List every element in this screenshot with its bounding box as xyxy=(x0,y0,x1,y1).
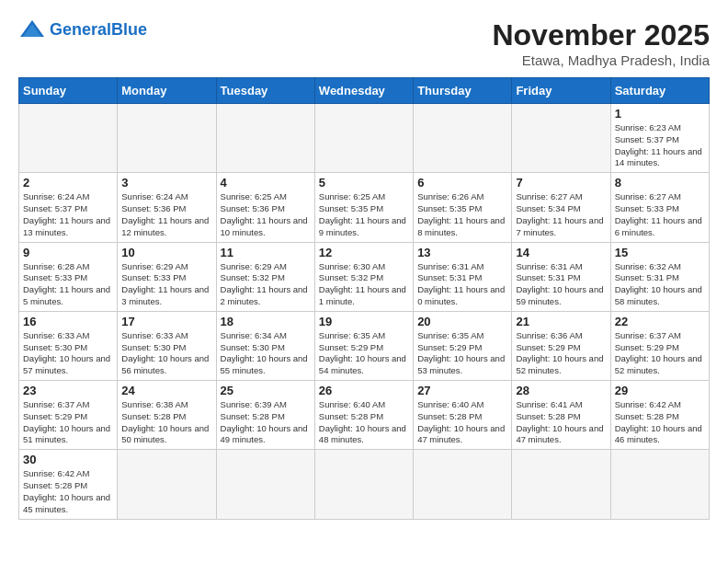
day-info: Sunrise: 6:42 AM Sunset: 5:28 PM Dayligh… xyxy=(23,468,113,515)
day-info: Sunrise: 6:40 AM Sunset: 5:28 PM Dayligh… xyxy=(319,399,409,446)
day-number: 11 xyxy=(221,246,311,259)
calendar-cell: 1Sunrise: 6:23 AM Sunset: 5:37 PM Daylig… xyxy=(610,104,709,173)
day-info: Sunrise: 6:29 AM Sunset: 5:33 PM Dayligh… xyxy=(121,261,211,308)
calendar-cell: 22Sunrise: 6:37 AM Sunset: 5:29 PM Dayli… xyxy=(610,311,709,380)
day-number: 29 xyxy=(615,384,705,397)
day-number: 24 xyxy=(121,384,211,397)
calendar-cell xyxy=(216,450,314,519)
calendar-cell xyxy=(118,450,216,519)
week-row-6: 30Sunrise: 6:42 AM Sunset: 5:28 PM Dayli… xyxy=(19,450,710,519)
calendar-cell xyxy=(414,104,512,173)
day-number: 9 xyxy=(23,246,113,259)
day-info: Sunrise: 6:33 AM Sunset: 5:30 PM Dayligh… xyxy=(23,330,113,377)
calendar-subtitle: Etawa, Madhya Pradesh, India xyxy=(492,52,710,68)
calendar-cell: 23Sunrise: 6:37 AM Sunset: 5:29 PM Dayli… xyxy=(19,381,118,450)
day-info: Sunrise: 6:31 AM Sunset: 5:31 PM Dayligh… xyxy=(516,261,606,308)
day-info: Sunrise: 6:35 AM Sunset: 5:29 PM Dayligh… xyxy=(417,330,507,377)
day-number: 6 xyxy=(417,176,507,190)
day-number: 8 xyxy=(615,176,705,190)
day-number: 25 xyxy=(221,384,311,397)
calendar-cell: 21Sunrise: 6:36 AM Sunset: 5:29 PM Dayli… xyxy=(512,311,610,380)
calendar-cell: 20Sunrise: 6:35 AM Sunset: 5:29 PM Dayli… xyxy=(414,311,512,380)
calendar-cell xyxy=(216,104,314,173)
calendar-cell: 3Sunrise: 6:24 AM Sunset: 5:36 PM Daylig… xyxy=(118,173,216,242)
day-info: Sunrise: 6:42 AM Sunset: 5:28 PM Dayligh… xyxy=(615,399,705,446)
calendar-cell xyxy=(414,450,512,519)
day-info: Sunrise: 6:27 AM Sunset: 5:33 PM Dayligh… xyxy=(615,191,705,238)
header-friday: Friday xyxy=(512,78,610,104)
calendar-cell: 15Sunrise: 6:32 AM Sunset: 5:31 PM Dayli… xyxy=(610,242,709,311)
day-info: Sunrise: 6:39 AM Sunset: 5:28 PM Dayligh… xyxy=(221,399,311,446)
day-number: 2 xyxy=(23,176,113,190)
day-info: Sunrise: 6:26 AM Sunset: 5:35 PM Dayligh… xyxy=(417,191,507,238)
day-info: Sunrise: 6:24 AM Sunset: 5:37 PM Dayligh… xyxy=(23,191,113,238)
day-number: 3 xyxy=(121,176,211,190)
day-number: 28 xyxy=(516,384,606,397)
week-row-4: 16Sunrise: 6:33 AM Sunset: 5:30 PM Dayli… xyxy=(19,311,710,380)
calendar-cell: 26Sunrise: 6:40 AM Sunset: 5:28 PM Dayli… xyxy=(314,381,413,450)
calendar-cell: 28Sunrise: 6:41 AM Sunset: 5:28 PM Dayli… xyxy=(512,381,610,450)
day-number: 22 xyxy=(615,315,705,328)
calendar-cell: 11Sunrise: 6:29 AM Sunset: 5:32 PM Dayli… xyxy=(216,242,314,311)
week-row-5: 23Sunrise: 6:37 AM Sunset: 5:29 PM Dayli… xyxy=(19,381,710,450)
calendar-title: November 2025 xyxy=(492,18,710,52)
calendar-cell: 10Sunrise: 6:29 AM Sunset: 5:33 PM Dayli… xyxy=(118,242,216,311)
calendar-cell xyxy=(314,104,413,173)
day-number: 20 xyxy=(417,315,507,328)
calendar-cell xyxy=(118,104,216,173)
day-info: Sunrise: 6:40 AM Sunset: 5:28 PM Dayligh… xyxy=(417,399,507,446)
calendar-table: SundayMondayTuesdayWednesdayThursdayFrid… xyxy=(18,77,710,520)
header-wednesday: Wednesday xyxy=(314,78,413,104)
day-info: Sunrise: 6:34 AM Sunset: 5:30 PM Dayligh… xyxy=(221,330,311,377)
logo-icon xyxy=(18,18,46,40)
day-number: 4 xyxy=(221,176,311,190)
calendar-cell: 16Sunrise: 6:33 AM Sunset: 5:30 PM Dayli… xyxy=(19,311,118,380)
calendar-cell: 18Sunrise: 6:34 AM Sunset: 5:30 PM Dayli… xyxy=(216,311,314,380)
day-number: 1 xyxy=(615,107,705,121)
week-row-3: 9Sunrise: 6:28 AM Sunset: 5:33 PM Daylig… xyxy=(19,242,710,311)
calendar-cell: 7Sunrise: 6:27 AM Sunset: 5:34 PM Daylig… xyxy=(512,173,610,242)
logo-text: GeneralBlue xyxy=(50,20,147,40)
logo: GeneralBlue xyxy=(18,18,147,40)
day-info: Sunrise: 6:37 AM Sunset: 5:29 PM Dayligh… xyxy=(23,399,113,446)
day-info: Sunrise: 6:31 AM Sunset: 5:31 PM Dayligh… xyxy=(417,261,507,308)
calendar-cell xyxy=(610,450,709,519)
day-number: 23 xyxy=(23,384,113,397)
calendar-cell: 24Sunrise: 6:38 AM Sunset: 5:28 PM Dayli… xyxy=(118,381,216,450)
day-number: 17 xyxy=(121,315,211,328)
calendar-cell: 14Sunrise: 6:31 AM Sunset: 5:31 PM Dayli… xyxy=(512,242,610,311)
calendar-cell: 6Sunrise: 6:26 AM Sunset: 5:35 PM Daylig… xyxy=(414,173,512,242)
day-number: 5 xyxy=(319,176,409,190)
day-info: Sunrise: 6:36 AM Sunset: 5:29 PM Dayligh… xyxy=(516,330,606,377)
day-info: Sunrise: 6:38 AM Sunset: 5:28 PM Dayligh… xyxy=(121,399,211,446)
calendar-cell: 25Sunrise: 6:39 AM Sunset: 5:28 PM Dayli… xyxy=(216,381,314,450)
day-number: 16 xyxy=(23,315,113,328)
logo-blue: Blue xyxy=(111,20,147,39)
day-number: 26 xyxy=(319,384,409,397)
title-section: November 2025 Etawa, Madhya Pradesh, Ind… xyxy=(492,18,710,68)
logo-general: General xyxy=(50,20,111,39)
header-sunday: Sunday xyxy=(19,78,118,104)
calendar-cell: 27Sunrise: 6:40 AM Sunset: 5:28 PM Dayli… xyxy=(414,381,512,450)
calendar-cell: 13Sunrise: 6:31 AM Sunset: 5:31 PM Dayli… xyxy=(414,242,512,311)
day-number: 18 xyxy=(221,315,311,328)
week-row-1: 1Sunrise: 6:23 AM Sunset: 5:37 PM Daylig… xyxy=(19,104,710,173)
calendar-cell xyxy=(314,450,413,519)
day-info: Sunrise: 6:23 AM Sunset: 5:37 PM Dayligh… xyxy=(615,122,705,169)
day-number: 21 xyxy=(516,315,606,328)
calendar-cell: 5Sunrise: 6:25 AM Sunset: 5:35 PM Daylig… xyxy=(314,173,413,242)
calendar-cell xyxy=(512,450,610,519)
calendar-cell: 19Sunrise: 6:35 AM Sunset: 5:29 PM Dayli… xyxy=(314,311,413,380)
day-number: 13 xyxy=(417,246,507,259)
calendar-cell: 9Sunrise: 6:28 AM Sunset: 5:33 PM Daylig… xyxy=(19,242,118,311)
calendar-cell: 30Sunrise: 6:42 AM Sunset: 5:28 PM Dayli… xyxy=(19,450,118,519)
page-header: GeneralBlue November 2025 Etawa, Madhya … xyxy=(18,18,710,68)
day-info: Sunrise: 6:30 AM Sunset: 5:32 PM Dayligh… xyxy=(319,261,409,308)
calendar-cell: 29Sunrise: 6:42 AM Sunset: 5:28 PM Dayli… xyxy=(610,381,709,450)
day-number: 10 xyxy=(121,246,211,259)
day-info: Sunrise: 6:33 AM Sunset: 5:30 PM Dayligh… xyxy=(121,330,211,377)
day-number: 7 xyxy=(516,176,606,190)
week-row-2: 2Sunrise: 6:24 AM Sunset: 5:37 PM Daylig… xyxy=(19,173,710,242)
header-thursday: Thursday xyxy=(414,78,512,104)
day-info: Sunrise: 6:37 AM Sunset: 5:29 PM Dayligh… xyxy=(615,330,705,377)
